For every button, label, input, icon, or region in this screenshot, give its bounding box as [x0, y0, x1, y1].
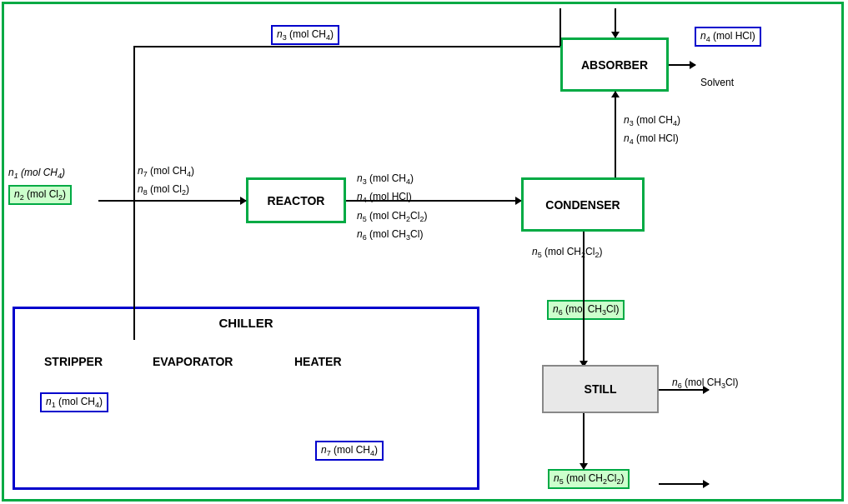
- heater-label: HEATER: [294, 355, 342, 368]
- arrow-still-down: [583, 413, 585, 469]
- n3-n4-reactor-output-label: n3 (mol CH4) n4 (mol HCl): [357, 171, 414, 208]
- arrow-condenser-to-absorber: [615, 92, 616, 179]
- evaporator-label: EVAPORATOR: [153, 355, 233, 368]
- line-n3-vertical-left: [133, 46, 135, 182]
- line-n1-to-chiller-v: [133, 182, 135, 340]
- condenser-label: CONDENSER: [545, 198, 620, 212]
- n3-stream-top: n3 (mol CH4): [271, 25, 339, 45]
- n7-n8-label: n7 (mol CH4) n8 (mol Cl2): [138, 163, 194, 201]
- n5-ch2cl2-label-above-still: n5 (mol CH2Cl2): [532, 246, 602, 259]
- absorber-unit: ABSORBER: [560, 37, 669, 92]
- chiller-box: CHILLER STRIPPER EVAPORATOR HEATER n1 (m…: [13, 307, 479, 490]
- reactor-unit: REACTOR: [246, 177, 346, 223]
- line-n3-horizontal-top: [133, 46, 425, 47]
- condenser-unit: CONDENSER: [521, 177, 645, 232]
- arrow-into-absorber-top: [615, 8, 616, 37]
- n5-ch2cl2-bottom-stream-label: n5 (mol CH2Cl2): [548, 469, 630, 489]
- n7-ch4-chiller-stream: n7 (mol CH4): [315, 441, 384, 461]
- n6-ch3cl-stream-label: n6 (mol CH3Cl): [547, 300, 625, 320]
- n3-n4-absorber-input-label: n3 (mol CH4) n4 (mol HCl): [624, 112, 680, 150]
- n1-input-label: n1 (mol CH4): [8, 167, 65, 180]
- stripper-label: STRIPPER: [44, 355, 103, 368]
- n5-n6-reactor-output-label: n5 (mol CH2Cl2) n6 (mol CH3Cl): [357, 208, 427, 246]
- n1-ch4-chiller-stream: n1 (mol CH4): [40, 392, 108, 412]
- arrow-absorber-to-n4: [669, 64, 695, 66]
- process-flow-diagram: ABSORBER n3 (mol CH4) n4 (mol HCl) Solve…: [0, 0, 848, 504]
- arrow-condenser-to-still: [583, 232, 585, 367]
- n4-hcl-stream: n4 (mol HCl): [695, 27, 761, 47]
- reactor-label: REACTOR: [268, 194, 325, 207]
- still-label: STILL: [585, 382, 617, 396]
- line-n3-to-absorber: [425, 46, 560, 47]
- chiller-label: CHILLER: [15, 316, 477, 330]
- solvent-label: Solvent: [700, 77, 734, 88]
- n2-stream-label: n2 (mol Cl2): [8, 185, 72, 205]
- still-unit: STILL: [542, 365, 659, 413]
- n6-ch3cl-still-output-label: n6 (mol CH3Cl): [672, 377, 738, 390]
- arrow-n5-bottom-right: [659, 483, 709, 485]
- absorber-label: ABSORBER: [581, 58, 648, 72]
- line-n3-vertical-right: [559, 8, 561, 46]
